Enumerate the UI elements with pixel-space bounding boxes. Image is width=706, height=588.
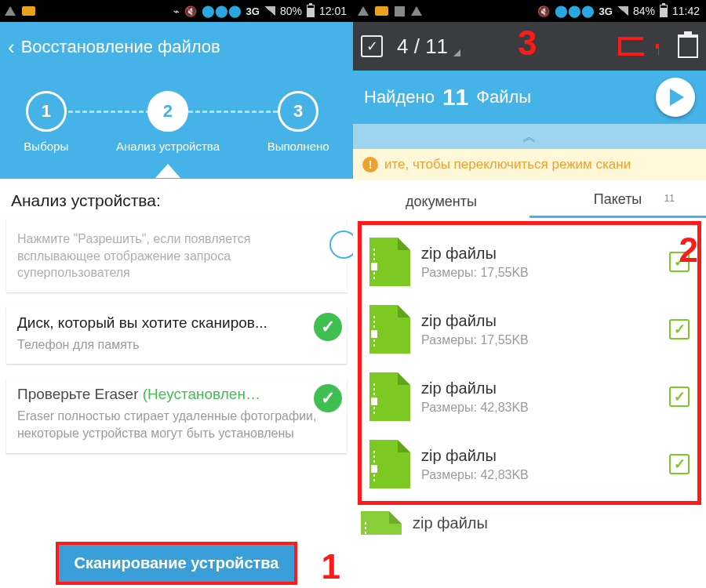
back-icon[interactable]: ‹ <box>8 35 15 60</box>
select-all-button[interactable]: ✓ <box>361 35 383 57</box>
file-size: Размеры: 17,55KB <box>421 266 529 280</box>
step-3[interactable]: 3 Выполнено <box>267 91 329 153</box>
info-icon: ! <box>362 157 378 172</box>
banner-text: ите, чтобы переключиться режим скани <box>384 157 631 172</box>
mute-icon: 🔇 <box>537 5 550 17</box>
warning-icon <box>411 6 422 16</box>
status-bar: 🔇 ⬤⬤⬤ 3G 84% 11:42 <box>353 0 706 22</box>
check-icon: ✓ <box>314 313 342 341</box>
tab-documents[interactable]: документы <box>353 194 530 218</box>
step-label: Выполнено <box>267 140 329 153</box>
step-2[interactable]: 2 Анализ устройства <box>116 91 220 176</box>
found-label: Найдено <box>364 87 435 107</box>
tabs: документы Пакеты 11 <box>353 180 706 218</box>
disk-card[interactable]: Диск, который вы хотите сканиров... Теле… <box>6 307 347 365</box>
network-label: 3G <box>246 5 260 17</box>
hint-banner[interactable]: ! ите, чтобы переключиться режим скани <box>353 149 706 180</box>
warning-icon <box>5 6 16 16</box>
wizard-steps: 1 Выборы 2 Анализ устройства 3 Выполнено <box>0 72 353 179</box>
header-pane: ‹ Восстановление файлов 1 Выборы 2 Анали… <box>0 22 353 179</box>
battery-icon <box>660 5 668 17</box>
selection-count[interactable]: 4 / 11 <box>397 34 448 59</box>
file-name: zip файлы <box>421 245 529 263</box>
page-title: Восстановление файлов <box>21 37 220 57</box>
permission-card: Нажмите "Разрешить", если появляется всп… <box>6 218 347 292</box>
battery-pct: 84% <box>633 5 655 17</box>
zip-file-icon <box>369 238 410 286</box>
annotation-2: 2 <box>679 230 698 270</box>
file-row[interactable]: zip файлы Размеры: 42,83KB ✓ <box>366 430 693 498</box>
play-button[interactable] <box>656 78 695 117</box>
bluetooth-icon: ⌁ <box>173 5 180 17</box>
network-label: 3G <box>599 5 613 17</box>
zip-file-icon <box>369 305 410 354</box>
clock: 12:01 <box>319 5 347 17</box>
wifi-icon: ⬤⬤⬤ <box>555 4 595 18</box>
file-name: zip файлы <box>421 379 529 397</box>
eraser-sub: Eraser полностью стирает удаленные фотог… <box>17 408 336 441</box>
step-label: Анализ устройства <box>116 140 220 153</box>
tab-count: 11 <box>664 193 675 204</box>
save-button[interactable] <box>618 37 659 56</box>
battery-icon <box>307 5 315 17</box>
annotation-1: 1 <box>322 547 340 586</box>
tab-packages[interactable]: Пакеты 11 <box>530 191 706 218</box>
signal-icon <box>264 6 275 16</box>
floating-icon[interactable] <box>329 230 353 259</box>
signal-icon <box>617 6 628 16</box>
step-label: Выборы <box>24 140 68 153</box>
save-small-icon <box>395 6 405 16</box>
file-checkbox[interactable]: ✓ <box>669 454 690 474</box>
found-header: Найдено 11 Файлы <box>353 71 706 124</box>
file-row[interactable]: zip файлы Размеры: 17,55KB ✓ <box>366 296 693 363</box>
file-list: zip файлы Размеры: 17,55KB ✓ zip файлы Р… <box>358 221 701 505</box>
file-checkbox[interactable]: ✓ <box>669 387 690 407</box>
clock: 11:42 <box>672 5 700 17</box>
zip-file-icon <box>369 440 410 488</box>
found-count: 11 <box>442 84 468 111</box>
step-circle: 3 <box>278 91 318 132</box>
zip-file-icon <box>369 372 410 421</box>
found-unit: Файлы <box>476 87 531 107</box>
step-1[interactable]: 1 Выборы <box>24 91 68 153</box>
file-row[interactable]: zip файлы Размеры: 17,55KB ✓ <box>366 228 693 296</box>
eraser-title: Проверьте Eraser (Неустановлен… <box>17 386 336 403</box>
annotation-3: 3 <box>518 24 537 63</box>
file-name: zip файлы <box>413 514 488 532</box>
file-size: Размеры: 42,83KB <box>421 468 529 482</box>
file-row[interactable]: zip файлы Размеры: 42,83KB ✓ <box>366 363 693 430</box>
wifi-icon: ⬤⬤⬤ <box>202 4 242 18</box>
screenshot-right: 🔇 ⬤⬤⬤ 3G 84% 11:42 ✓ 4 / 11 Найдено 11 Ф… <box>353 0 706 588</box>
file-row-partial[interactable]: zip файлы <box>353 505 706 535</box>
scan-device-button[interactable]: Сканирование устройства <box>56 542 298 585</box>
collapse-handle[interactable]: ︽ <box>353 124 706 149</box>
file-size: Размеры: 42,83KB <box>421 401 529 415</box>
file-checkbox[interactable]: ✓ <box>669 319 690 339</box>
step-circle: 1 <box>26 91 67 132</box>
status-bar: ⌁ 🔇 ⬤⬤⬤ 3G 80% 12:01 <box>0 0 353 22</box>
mute-icon: 🔇 <box>184 5 197 17</box>
disk-sub: Телефон для память <box>17 336 336 354</box>
permission-text: Нажмите "Разрешить", если появляется всп… <box>17 230 336 281</box>
screenshot-left: ⌁ 🔇 ⬤⬤⬤ 3G 80% 12:01 ‹ Восстановление фа… <box>0 0 353 588</box>
file-name: zip файлы <box>421 312 529 330</box>
battery-pct: 80% <box>280 5 302 17</box>
warning-icon <box>358 6 369 16</box>
step-circle: 2 <box>147 91 188 132</box>
disk-title: Диск, который вы хотите сканиров... <box>17 314 336 332</box>
eraser-card[interactable]: Проверьте Eraser (Неустановлен… Eraser п… <box>6 378 347 452</box>
file-size: Размеры: 17,55KB <box>421 333 529 347</box>
check-icon: ✓ <box>314 384 342 412</box>
sim-icon <box>375 6 388 16</box>
file-name: zip файлы <box>421 447 529 465</box>
sim-icon <box>22 6 35 16</box>
delete-button[interactable] <box>678 34 698 58</box>
zip-file-icon <box>361 511 402 535</box>
section-title: Анализ устройства: <box>0 179 353 218</box>
